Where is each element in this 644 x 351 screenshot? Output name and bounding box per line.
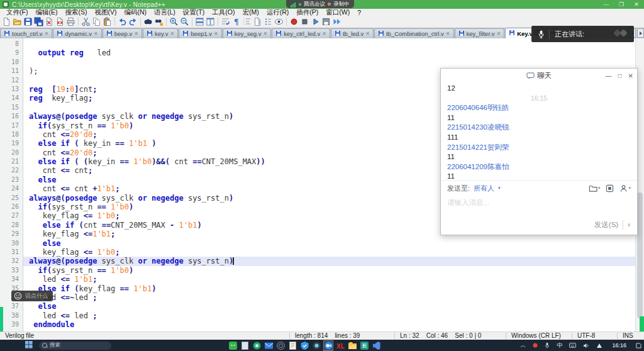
chat-minimize-button[interactable]: —: [606, 72, 612, 79]
close-button[interactable]: ✕: [629, 0, 644, 9]
status-insert-mode[interactable]: INS: [617, 333, 644, 339]
function-list-icon[interactable]: [263, 17, 274, 27]
show-all-chars-icon[interactable]: ¶: [231, 17, 242, 27]
undo-icon[interactable]: [117, 17, 128, 27]
tab-tb_led.v[interactable]: tb_led.v✕: [331, 28, 374, 38]
menu-item-1[interactable]: 编辑(E): [31, 8, 61, 17]
tab-key.v[interactable]: key.v✕: [143, 28, 178, 38]
speaking-indicator-overlay[interactable]: 正在讲话:: [531, 26, 634, 42]
mail-taskbar-icon[interactable]: [264, 340, 274, 351]
menu-item-12[interactable]: ?: [353, 9, 365, 16]
file-manager-taskbar-icon[interactable]: [240, 340, 250, 351]
code-line-37[interactable]: 37 else: [0, 302, 638, 311]
sync-vertical-icon[interactable]: [194, 17, 205, 27]
menu-item-10[interactable]: 插件(P): [292, 8, 322, 17]
run-macro-icon[interactable]: [331, 17, 342, 27]
tab-close-icon[interactable]: ✕: [45, 31, 49, 36]
code-line-34[interactable]: 34 led <= 1'b1;: [0, 275, 638, 284]
danmaku-input-bubble[interactable]: 说点什么: [11, 291, 53, 301]
tray-ime-indicator[interactable]: 中: [557, 342, 562, 350]
tab-close-icon[interactable]: ✕: [214, 31, 218, 36]
tray-microphone-icon[interactable]: [545, 342, 550, 349]
chat-mention-button[interactable]: ▾: [619, 184, 631, 192]
send-button[interactable]: 发送(S): [594, 220, 623, 230]
code-line-30[interactable]: 30 else: [0, 239, 638, 248]
taskbar-search-box[interactable]: 搜索: [39, 342, 111, 350]
wechat-taskbar-icon[interactable]: [228, 340, 238, 351]
indent-guide-icon[interactable]: [242, 17, 252, 27]
tab-close-icon[interactable]: ✕: [134, 31, 138, 36]
status-eol-format[interactable]: Windows (CR LF): [506, 333, 572, 339]
code-line-33[interactable]: 33 if(sys_rst_n == 1'b0): [0, 266, 638, 275]
zoom-out-icon[interactable]: [179, 17, 190, 27]
close-file-icon[interactable]: [44, 17, 55, 27]
chat-input-field[interactable]: 请输入消息...: [441, 196, 637, 217]
taskbar-clock[interactable]: 16:16: [612, 342, 626, 348]
save-macro-icon[interactable]: [321, 17, 331, 27]
security-center-taskbar-icon[interactable]: [299, 340, 309, 351]
browser-taskbar-icon[interactable]: [252, 340, 262, 351]
word-wrap-icon[interactable]: [220, 17, 231, 27]
chat-maximize-button[interactable]: □: [618, 72, 622, 79]
tab-close-icon[interactable]: ✕: [263, 31, 267, 36]
code-line-35[interactable]: 35 else if (key_flag == 1'b1): [0, 284, 638, 293]
tencent-meeting-taskbar-icon[interactable]: [323, 340, 333, 351]
chat-title-bar[interactable]: 聊天 — □ ✕: [441, 69, 637, 82]
menu-item-11[interactable]: 窗口(W): [322, 8, 353, 17]
tab-key_filter.v[interactable]: key_filter.v✕: [455, 28, 505, 38]
save-all-icon[interactable]: [33, 17, 44, 27]
menu-item-6[interactable]: 设置(T): [179, 8, 208, 17]
maximize-button[interactable]: ❐: [614, 0, 629, 9]
scrollbar-thumb[interactable]: [637, 192, 643, 318]
doc-monitor-icon[interactable]: [274, 17, 284, 27]
code-line-36[interactable]: 36 led <=~led ;: [0, 293, 638, 302]
code-line-9[interactable]: 9 output reg led: [0, 48, 638, 57]
sync-horizontal-icon[interactable]: [205, 17, 216, 27]
tab-close-icon[interactable]: ✕: [94, 31, 98, 36]
menu-item-3[interactable]: 视图(V): [91, 8, 120, 17]
record-macro-icon[interactable]: [289, 17, 299, 27]
zoom-in-icon[interactable]: [169, 17, 179, 27]
chat-file-button[interactable]: ▾: [589, 184, 601, 192]
tab-close-icon[interactable]: ✕: [496, 31, 501, 36]
tab-dynamic.v[interactable]: dynamic.v✕: [53, 28, 101, 38]
code-line-32[interactable]: 32always@(posedge sys_clk or negedge sys…: [0, 257, 638, 265]
menu-item-5[interactable]: 语言(L): [150, 8, 179, 17]
tray-record-indicator-icon[interactable]: [533, 343, 538, 348]
menu-item-8[interactable]: 宏(M): [238, 8, 262, 17]
stop-macro-icon[interactable]: [299, 17, 310, 27]
tray-touch-keyboard-icon[interactable]: [569, 343, 576, 348]
visual-studio-taskbar-icon[interactable]: [371, 340, 381, 351]
hidden-icons-chevron[interactable]: ︿: [520, 342, 526, 350]
status-encoding[interactable]: UTF-8: [572, 333, 617, 339]
redo-icon[interactable]: [128, 17, 138, 27]
find-icon[interactable]: [143, 17, 153, 27]
notification-center-icon[interactable]: [636, 343, 641, 348]
tab-key_seg.v[interactable]: key_seg.v✕: [223, 28, 271, 38]
tab-scroll-right-icon[interactable]: [637, 28, 644, 38]
menu-item-4[interactable]: 编码(N): [120, 8, 150, 17]
chat-sender-name[interactable]: 2206041209陈嘉怡: [447, 162, 631, 172]
tab-beep1.v[interactable]: beep1.v✕: [179, 28, 222, 38]
tab-key_ctrl_led.v[interactable]: key_ctrl_led.v✕: [272, 28, 330, 38]
chat-sender-name[interactable]: 2206040646明钰皓: [447, 103, 631, 113]
replace-icon[interactable]: [153, 17, 164, 27]
code-line-38[interactable]: 38 led <= led ;: [0, 311, 638, 320]
start-button[interactable]: [25, 340, 33, 351]
camera360-taskbar-icon[interactable]: [311, 340, 321, 351]
notes-taskbar-icon[interactable]: [287, 340, 297, 351]
close-all-icon[interactable]: [55, 17, 65, 27]
open-folder-icon[interactable]: [12, 17, 23, 27]
doc-map-icon[interactable]: [252, 17, 263, 27]
code-line-31[interactable]: 31 key_flag <= 1'b0;: [0, 248, 638, 257]
copy-icon[interactable]: [91, 17, 102, 27]
chat-message-list[interactable]: 1216:152206040646明钰皓112215014230凌晓锐11122…: [441, 82, 637, 181]
tab-touch_ctrl.v[interactable]: touch_ctrl.v✕: [0, 28, 52, 38]
menu-item-2[interactable]: 搜索(S): [61, 8, 91, 17]
code-line-10[interactable]: 10: [0, 58, 638, 67]
play-macro-icon[interactable]: [310, 17, 321, 27]
paste-icon[interactable]: [102, 17, 113, 27]
tab-beep.v[interactable]: beep.v✕: [103, 28, 142, 38]
tab-close-icon[interactable]: ✕: [446, 31, 450, 36]
meeting-status-pill[interactable]: 腾讯会议 录制中: [286, 0, 354, 8]
